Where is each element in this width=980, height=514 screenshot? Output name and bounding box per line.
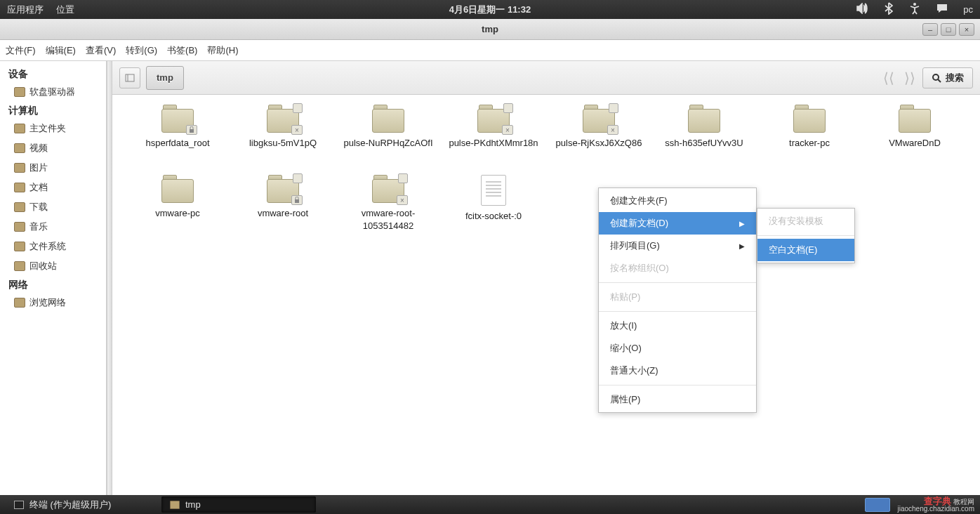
- svg-rect-1: [126, 74, 134, 81]
- sidebar-item[interactable]: 视频: [0, 138, 106, 158]
- nav-back-icon[interactable]: ⟨⟨: [880, 70, 897, 86]
- lock-icon: [293, 173, 303, 183]
- user-menu[interactable]: pc: [963, 4, 973, 15]
- readonly-icon: [186, 125, 197, 135]
- file-name: pulse-NuRPHqZcAOfI: [343, 137, 432, 150]
- folder-icon: [14, 202, 25, 212]
- menu-item-1[interactable]: 编辑(E): [46, 44, 76, 57]
- search-icon: [932, 73, 941, 83]
- file-name: vmware-root: [258, 207, 308, 220]
- path-toggle-button[interactable]: [119, 67, 140, 88]
- context-menu-item[interactable]: 放大(I): [599, 315, 756, 337]
- sidebar-item[interactable]: 软盘驱动器: [0, 82, 106, 102]
- file-item[interactable]: vmware-root: [232, 172, 334, 242]
- sidebar-item-label: 文件系统: [29, 240, 66, 253]
- lock-icon: [293, 103, 303, 113]
- volume-icon[interactable]: [856, 3, 869, 16]
- sidebar-item[interactable]: 下载: [0, 197, 106, 217]
- folder-icon: ×: [265, 105, 300, 133]
- sidebar-item[interactable]: 文档: [0, 178, 106, 197]
- file-item[interactable]: fcitx-socket-:0: [442, 172, 545, 242]
- context-menu-item[interactable]: 排列项目(G)▶: [599, 235, 756, 257]
- file-item[interactable]: ×libgksu-5mV1pQ: [232, 102, 334, 172]
- context-menu-item[interactable]: 创建新文档(D)▶: [599, 212, 756, 235]
- places-menu[interactable]: 位置: [56, 4, 74, 16]
- taskbar-item[interactable]: 终端 (作为超级用户): [6, 496, 160, 513]
- sidebar-item-label: 主文件夹: [29, 122, 66, 135]
- context-menu-item: 粘贴(P): [599, 286, 756, 308]
- maximize-button[interactable]: □: [941, 23, 956, 36]
- folder-icon: [371, 105, 406, 133]
- folder-icon: [265, 175, 300, 203]
- workspace-switcher[interactable]: [865, 498, 890, 512]
- file-item[interactable]: ×vmware-root-1053514482: [337, 172, 439, 242]
- file-item[interactable]: pulse-NuRPHqZcAOfI: [337, 102, 439, 172]
- toolbar: tmp ⟨⟨ ⟩⟩ 搜索: [112, 61, 980, 95]
- chat-icon[interactable]: [936, 4, 948, 15]
- submenu-item[interactable]: 空白文档(E): [757, 239, 854, 261]
- sidebar-resize-handle[interactable]: [107, 61, 112, 495]
- lock-icon: [398, 173, 408, 183]
- menu-item-3[interactable]: 转到(G): [126, 44, 157, 57]
- sidebar-item[interactable]: 文件系统: [0, 237, 106, 256]
- sidebar-item[interactable]: 浏览网络: [0, 293, 106, 312]
- sidebar-item[interactable]: 音乐: [0, 217, 106, 237]
- context-menu-item[interactable]: 属性(P): [599, 388, 756, 411]
- sidebar-item[interactable]: 主文件夹: [0, 119, 106, 138]
- file-item[interactable]: ×pulse-RjKsxJ6XzQ86: [548, 102, 650, 172]
- file-item[interactable]: hsperfdata_root: [126, 102, 229, 172]
- icon-grid[interactable]: hsperfdata_root×libgksu-5mV1pQpulse-NuRP…: [112, 95, 980, 495]
- sidebar-item[interactable]: 回收站: [0, 256, 106, 276]
- file-item[interactable]: VMwareDnD: [863, 102, 966, 172]
- menu-separator: [599, 311, 756, 312]
- minimize-button[interactable]: –: [922, 23, 938, 36]
- file-name: pulse-RjKsxJ6XzQ86: [556, 137, 642, 150]
- file-icon: [481, 175, 506, 206]
- context-menu-item[interactable]: 普通大小(Z): [599, 360, 756, 382]
- clock[interactable]: 4月6日星期一 11:32: [449, 4, 531, 16]
- file-name: tracker-pc: [789, 137, 830, 150]
- menu-item-4[interactable]: 书签(B): [167, 44, 197, 57]
- folder-icon: [897, 105, 932, 133]
- applications-menu[interactable]: 应用程序: [7, 4, 44, 16]
- folder-icon: [14, 261, 25, 271]
- bluetooth-icon[interactable]: [885, 2, 893, 17]
- sidebar-item-label: 浏览网络: [29, 296, 66, 309]
- titlebar[interactable]: tmp – □ ×: [0, 19, 980, 40]
- nav-forward-icon: ⟩⟩: [901, 70, 918, 86]
- menu-item-2[interactable]: 查看(V): [86, 44, 116, 57]
- svg-rect-3: [190, 129, 194, 133]
- context-menu-item[interactable]: 缩小(O): [599, 337, 756, 360]
- folder-icon: [14, 87, 25, 97]
- folder-icon: [14, 222, 25, 232]
- file-item[interactable]: ssh-h635efUYvv3U: [653, 102, 755, 172]
- sidebar-header: 网络: [0, 276, 106, 293]
- taskbar-item[interactable]: tmp: [161, 496, 316, 513]
- sidebar-item-label: 软盘驱动器: [29, 86, 75, 98]
- file-item[interactable]: tracker-pc: [758, 102, 861, 172]
- search-button[interactable]: 搜索: [922, 67, 973, 88]
- file-item[interactable]: ×pulse-PKdhtXMmr18n: [442, 102, 545, 172]
- file-name: pulse-PKdhtXMmr18n: [449, 137, 538, 150]
- menu-separator: [599, 282, 756, 283]
- folder-icon: [14, 242, 25, 251]
- sidebar-item-label: 音乐: [29, 220, 48, 233]
- menu-separator: [599, 385, 756, 386]
- menu-item-5[interactable]: 帮助(H): [207, 44, 238, 57]
- folder-icon: [687, 105, 722, 133]
- sidebar-item[interactable]: 图片: [0, 158, 106, 178]
- file-name: vmware-pc: [155, 207, 200, 220]
- folder-icon: [14, 163, 25, 173]
- close-button[interactable]: ×: [959, 23, 974, 36]
- accessibility-icon[interactable]: [908, 2, 921, 17]
- breadcrumb-tmp[interactable]: tmp: [146, 66, 184, 90]
- sidebar-item-label: 视频: [29, 142, 48, 154]
- context-menu-item[interactable]: 创建文件夹(F): [599, 190, 756, 212]
- menu-item-0[interactable]: 文件(F): [6, 44, 36, 57]
- search-label: 搜索: [946, 72, 964, 84]
- lock-icon: [609, 103, 618, 113]
- file-item[interactable]: vmware-pc: [126, 172, 229, 242]
- file-name: libgksu-5mV1pQ: [249, 137, 317, 150]
- sidebar-item-label: 图片: [29, 162, 48, 174]
- file-name: VMwareDnD: [889, 137, 941, 150]
